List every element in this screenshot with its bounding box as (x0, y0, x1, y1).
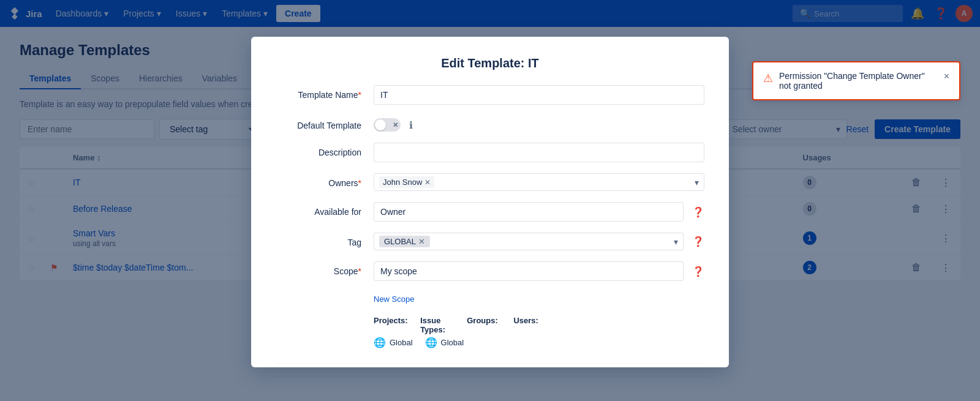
form-row-scope: Scope* My scope ❓ (276, 261, 704, 281)
remove-tag-button[interactable]: ✕ (418, 237, 425, 246)
owner-tag-wrap[interactable]: John Snow ✕ ▾ (374, 173, 704, 191)
default-template-label: Default Template (276, 116, 374, 130)
description-field (374, 143, 704, 162)
form-row-available: Available for Owner ❓ (276, 202, 704, 222)
form-row-owners: Owners* John Snow ✕ ▾ (276, 173, 704, 191)
scope-select[interactable]: My scope (374, 261, 684, 281)
default-template-field: ✕ ℹ (374, 116, 704, 132)
form-row-description: Description (276, 143, 704, 162)
form-row-name: Template Name* (276, 85, 704, 105)
tag-info-icon[interactable]: ❓ (692, 236, 704, 247)
remove-owner-button[interactable]: ✕ (424, 178, 431, 187)
owners-field: John Snow ✕ ▾ (374, 173, 704, 191)
owners-label: Owners* (276, 173, 374, 188)
tag-field-wrap[interactable]: GLOBAL ✕ ▾ (374, 233, 684, 250)
modal-overlay: Edit Template: IT Template Name* Default… (0, 0, 980, 296)
available-for-label: Available for (276, 202, 374, 217)
permission-toast: ⚠ Permission "Change Template Owner" not… (752, 61, 960, 100)
chevron-down-icon: ▾ (695, 178, 699, 187)
toggle-wrap: ✕ ℹ (374, 116, 704, 132)
new-scope-link[interactable]: New Scope (374, 294, 704, 296)
description-input[interactable] (374, 143, 704, 162)
tag-value-badge: GLOBAL ✕ (379, 236, 430, 247)
available-info-icon[interactable]: ❓ (692, 206, 704, 218)
owner-tag: John Snow ✕ (379, 176, 434, 188)
scope-label: Scope* (276, 261, 374, 276)
warning-icon: ⚠ (763, 72, 773, 85)
modal-title: Edit Template: IT (276, 56, 704, 70)
scope-info-icon[interactable]: ❓ (692, 266, 704, 277)
edit-template-modal: Edit Template: IT Template Name* Default… (251, 37, 729, 296)
form-row-tag: Tag GLOBAL ✕ ▾ ❓ (276, 233, 704, 250)
new-scope-field: New Scope (374, 292, 704, 296)
available-for-select[interactable]: Owner (374, 202, 684, 222)
default-template-toggle[interactable]: ✕ (374, 118, 401, 132)
tag-field: GLOBAL ✕ ▾ ❓ (374, 233, 704, 250)
tag-label: Tag (276, 233, 374, 247)
required-mark: * (358, 266, 361, 276)
toggle-knob (375, 119, 386, 130)
owner-name: John Snow (383, 178, 422, 187)
template-name-input[interactable] (374, 85, 704, 105)
description-label: Description (276, 143, 374, 157)
required-mark: * (358, 178, 361, 188)
chevron-down-icon: ▾ (674, 237, 678, 247)
toast-close-button[interactable]: × (944, 71, 949, 82)
toggle-x-icon: ✕ (393, 121, 398, 129)
form-row-new-scope: New Scope (276, 292, 704, 296)
scope-field: My scope ❓ (374, 261, 704, 281)
toast-message: Permission "Change Template Owner" not g… (779, 71, 938, 91)
form-row-default: Default Template ✕ ℹ (276, 116, 704, 132)
required-mark: * (358, 90, 361, 100)
available-for-field: Owner ❓ (374, 202, 704, 222)
template-name-label: Template Name* (276, 85, 374, 100)
template-name-field (374, 85, 704, 105)
info-icon[interactable]: ℹ (409, 119, 413, 131)
